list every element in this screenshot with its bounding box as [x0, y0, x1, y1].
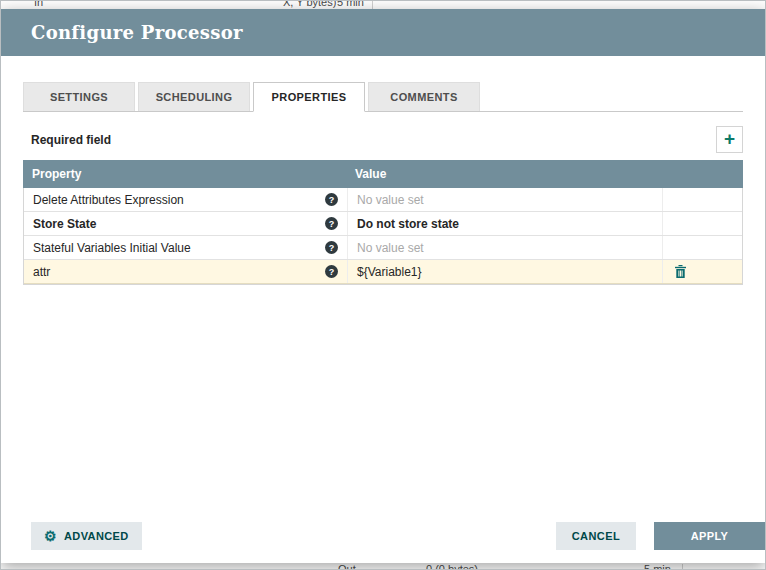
property-cell: attr ? [24, 260, 347, 283]
bg-stat-window-top: 5 min [337, 0, 364, 8]
footer-actions: CANCEL APPLY [556, 522, 765, 550]
table-row[interactable]: Store State ? Do not store state [24, 212, 742, 236]
property-cell: Stateful Variables Initial Value ? [24, 236, 347, 259]
actions-cell [662, 188, 742, 211]
property-value: ${Variable1} [357, 265, 422, 279]
apply-button[interactable]: APPLY [654, 522, 765, 550]
property-name: Stateful Variables Initial Value [33, 241, 191, 255]
advanced-button[interactable]: ⚙ ADVANCED [31, 522, 142, 550]
column-header-property: Property [23, 167, 346, 181]
column-header-value: Value [346, 167, 663, 181]
bg-gridline-top [372, 1, 373, 9]
help-icon[interactable]: ? [325, 265, 338, 278]
value-cell[interactable]: ${Variable1} [347, 260, 662, 283]
help-icon[interactable]: ? [325, 217, 338, 230]
advanced-label: ADVANCED [64, 530, 129, 542]
property-value: Do not store state [357, 217, 459, 231]
property-value: No value set [357, 193, 424, 207]
bg-stat-label-out: Out [338, 563, 356, 570]
property-name: attr [33, 265, 50, 279]
property-name: Delete Attributes Expression [33, 193, 184, 207]
delete-property-button[interactable] [675, 265, 686, 278]
dialog-body: SETTINGS SCHEDULING PROPERTIES COMMENTS … [1, 56, 765, 515]
value-cell[interactable]: No value set [347, 188, 662, 211]
tab-comments[interactable]: COMMENTS [368, 82, 480, 111]
actions-cell [662, 260, 742, 283]
value-cell[interactable]: No value set [347, 236, 662, 259]
plus-icon: + [724, 129, 735, 148]
dialog-header: Configure Processor [1, 9, 765, 56]
property-cell: Delete Attributes Expression ? [24, 188, 347, 211]
configure-processor-dialog: Configure Processor SETTINGS SCHEDULING … [1, 9, 765, 563]
screen: In X, Y bytes) 5 min Out 0 (0 bytes) 5 m… [0, 0, 766, 570]
property-cell: Store State ? [24, 212, 347, 235]
bg-gridline-bottom [682, 564, 683, 570]
help-icon[interactable]: ? [325, 193, 338, 206]
actions-cell [662, 236, 742, 259]
tab-scheduling[interactable]: SCHEDULING [138, 82, 250, 111]
required-field-label: Required field [23, 133, 111, 147]
actions-cell [662, 212, 742, 235]
gear-icon: ⚙ [44, 529, 57, 543]
dialog-footer: ⚙ ADVANCED CANCEL APPLY [1, 515, 765, 563]
bg-stat-value-bottom: 0 (0 bytes) [426, 563, 478, 570]
trash-icon [675, 265, 686, 278]
table-row[interactable]: attr ? ${Variable1} [24, 260, 742, 284]
table-row[interactable]: Stateful Variables Initial Value ? No va… [24, 236, 742, 260]
cancel-button[interactable]: CANCEL [556, 522, 636, 550]
tab-settings[interactable]: SETTINGS [23, 82, 135, 111]
properties-table: Property Value Delete Attributes Express… [23, 160, 743, 285]
table-row[interactable]: Delete Attributes Expression ? No value … [24, 188, 742, 212]
dialog-title: Configure Processor [31, 22, 243, 43]
table-toolbar: Required field + [23, 126, 743, 153]
add-property-button[interactable]: + [716, 126, 743, 153]
table-header-row: Property Value [23, 160, 743, 188]
property-name: Store State [33, 217, 96, 231]
bg-stat-window-bottom: 5 min [644, 563, 671, 570]
help-icon[interactable]: ? [325, 241, 338, 254]
property-value: No value set [357, 241, 424, 255]
bg-stat-label-in: In [34, 0, 43, 8]
tab-properties[interactable]: PROPERTIES [253, 82, 365, 112]
value-cell[interactable]: Do not store state [347, 212, 662, 235]
bg-stat-value-top: X, Y bytes) [283, 0, 336, 8]
tab-bar: SETTINGS SCHEDULING PROPERTIES COMMENTS [23, 82, 743, 112]
